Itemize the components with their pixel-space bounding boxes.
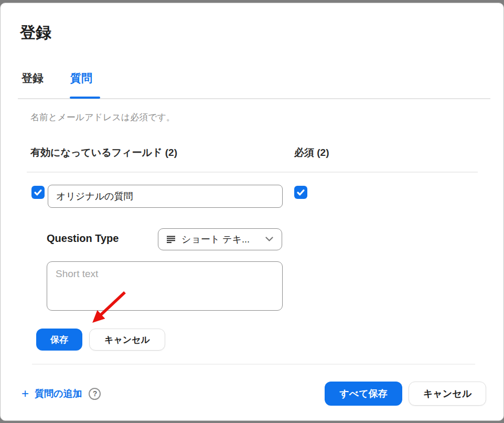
question-mark-glyph: ?: [93, 389, 98, 398]
dialog-title: 登録: [20, 22, 51, 44]
tab-questions[interactable]: 質問: [70, 71, 92, 86]
required-checkbox[interactable]: [294, 186, 307, 199]
tab-registration[interactable]: 登録: [22, 71, 44, 86]
add-question-link[interactable]: + 質問の追加 ?: [22, 386, 101, 401]
header-divider: [27, 172, 478, 173]
answer-preview-textarea[interactable]: [47, 261, 283, 311]
chevron-down-icon: [265, 237, 273, 242]
question-type-value: ショート テキ...: [181, 233, 265, 246]
enabled-checkbox[interactable]: [31, 186, 45, 199]
save-all-button[interactable]: すべて保存: [325, 382, 402, 406]
active-tab-underline: [70, 97, 100, 99]
checkmark-icon: [34, 188, 42, 197]
required-fields-note: 名前とメールアドレスは必須です。: [30, 111, 175, 123]
enabled-fields-header: 有効になっているフィールド (2): [30, 146, 177, 160]
cancel-button[interactable]: キャンセル: [89, 329, 165, 351]
question-type-dropdown[interactable]: ショート テキ...: [158, 228, 282, 250]
registration-dialog: 登録 登録 質問 名前とメールアドレスは必須です。 有効になっているフィールド …: [0, 3, 504, 421]
short-text-icon: [167, 236, 176, 244]
add-question-label: 質問の追加: [35, 387, 82, 400]
save-button[interactable]: 保存: [36, 329, 82, 351]
help-icon[interactable]: ?: [89, 388, 101, 400]
checkmark-icon: [296, 188, 305, 197]
required-header: 必須 (2): [294, 146, 329, 160]
plus-icon: +: [22, 387, 29, 400]
footer-cancel-button[interactable]: キャンセル: [409, 382, 486, 406]
question-type-label: Question Type: [47, 232, 119, 245]
question-title-input[interactable]: [48, 185, 283, 208]
footer-divider: [32, 364, 475, 365]
